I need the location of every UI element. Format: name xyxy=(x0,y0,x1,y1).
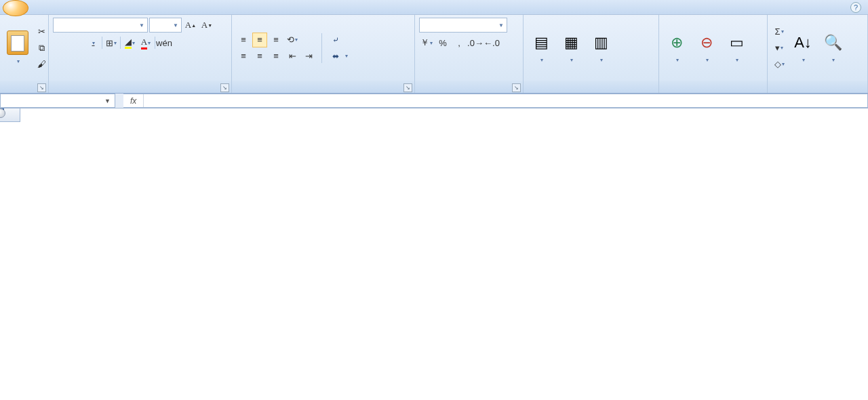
increase-indent-button[interactable]: ⇥ xyxy=(301,49,316,64)
insert-cells-button[interactable]: ⊕ xyxy=(663,31,690,66)
italic-button[interactable] xyxy=(69,35,84,50)
orientation-button[interactable]: ⟲ xyxy=(285,33,300,47)
office-button[interactable] xyxy=(3,0,28,16)
ribbon-tabs xyxy=(0,0,868,15)
scissors-icon: ✂ xyxy=(38,26,45,37)
insert-icon: ⊕ xyxy=(666,32,688,54)
format-cells-button[interactable]: ▭ xyxy=(723,31,750,66)
brush-icon: 🖌 xyxy=(37,59,46,69)
copy-button[interactable]: ⧉ xyxy=(34,41,49,56)
eraser-icon: ◇ xyxy=(774,59,781,69)
formula-input[interactable] xyxy=(144,94,867,107)
merge-icon: ⬌ xyxy=(332,52,339,61)
chevron-down-icon: ▼ xyxy=(104,98,111,104)
fill-icon: ▾ xyxy=(775,43,780,53)
cell-style-icon: ▥ xyxy=(590,32,612,54)
copy-icon: ⧉ xyxy=(39,43,45,54)
percent-icon: % xyxy=(439,38,447,48)
fill-color-button[interactable]: ◢ xyxy=(122,35,137,50)
decrease-decimal-button[interactable]: ←.0 xyxy=(484,35,499,50)
merge-center-button[interactable]: ⬌ xyxy=(328,49,353,64)
align-bottom-button[interactable]: ≡ xyxy=(269,33,283,47)
percent-button[interactable]: % xyxy=(435,35,450,50)
chevron-down-icon: ▼ xyxy=(173,22,178,28)
ribbon: ✂ ⧉ 🖌 ↘ ▼ ▼ A▲ A▼ ⊞ ◢ A xyxy=(0,15,868,94)
align-right-button[interactable]: ≡ xyxy=(269,49,283,64)
cell-styles-button[interactable]: ▥ xyxy=(587,31,614,66)
font-size-select[interactable]: ▼ xyxy=(149,18,182,33)
chevron-down-icon: ▼ xyxy=(498,22,504,28)
phonetic-icon: wén xyxy=(156,38,172,48)
decrease-decimal-icon: ←.0 xyxy=(484,38,500,48)
align-left-button[interactable]: ≡ xyxy=(236,49,251,64)
bold-button[interactable] xyxy=(53,35,68,50)
dialog-launcher-icon[interactable]: ↘ xyxy=(37,83,46,92)
help-icon[interactable]: ? xyxy=(850,2,861,13)
dialog-launcher-icon[interactable]: ↘ xyxy=(512,83,521,92)
sort-filter-button[interactable]: A↓ xyxy=(789,31,816,66)
font-family-select[interactable]: ▼ xyxy=(53,18,148,33)
spreadsheet-grid[interactable] xyxy=(0,108,868,400)
find-select-button[interactable]: 🔍 xyxy=(819,31,846,66)
find-icon: 🔍 xyxy=(822,32,844,54)
align-top-button[interactable]: ≡ xyxy=(236,33,251,47)
format-painter-button[interactable]: 🖌 xyxy=(34,57,49,72)
borders-icon: ⊞ xyxy=(106,38,113,48)
table-icon: ▦ xyxy=(560,32,582,54)
grow-font-button[interactable]: A▲ xyxy=(183,18,198,33)
paste-button[interactable] xyxy=(4,29,31,67)
currency-icon: ￥ xyxy=(420,37,429,49)
bucket-icon: ◢ xyxy=(125,37,132,49)
currency-button[interactable]: ￥ xyxy=(419,35,434,50)
delete-cells-button[interactable]: ⊖ xyxy=(693,31,720,66)
conditional-formatting-button[interactable]: ▤ xyxy=(528,31,555,66)
delete-icon: ⊖ xyxy=(696,32,717,54)
wrap-text-button[interactable]: ⤶ xyxy=(328,33,353,47)
fx-icon[interactable]: fx xyxy=(127,96,139,106)
increase-decimal-button[interactable]: .0→ xyxy=(468,35,483,50)
number-format-select[interactable]: ▼ xyxy=(419,18,507,33)
cond-format-icon: ▤ xyxy=(530,32,552,54)
align-middle-button[interactable]: ≡ xyxy=(252,33,267,47)
shrink-font-button[interactable]: A▼ xyxy=(199,18,214,33)
chevron-down-icon: ▼ xyxy=(139,22,144,28)
underline-button[interactable] xyxy=(85,35,100,50)
borders-button[interactable]: ⊞ xyxy=(104,35,119,50)
increase-decimal-icon: .0→ xyxy=(467,38,484,48)
name-box[interactable]: ▼ xyxy=(0,94,115,108)
sigma-icon: Σ xyxy=(774,26,780,37)
paste-icon xyxy=(7,31,28,55)
align-center-button[interactable]: ≡ xyxy=(252,49,267,64)
decrease-indent-button[interactable]: ⇤ xyxy=(285,49,300,64)
font-color-icon: A xyxy=(141,37,147,49)
cut-button[interactable]: ✂ xyxy=(34,24,49,39)
comma-button[interactable]: , xyxy=(452,35,467,50)
autosum-button[interactable]: Σ xyxy=(772,24,787,39)
sort-icon: A↓ xyxy=(792,32,814,54)
fill-button[interactable]: ▾ xyxy=(772,41,787,56)
dialog-launcher-icon[interactable]: ↘ xyxy=(403,83,412,92)
font-color-button[interactable]: A xyxy=(138,35,153,50)
comma-icon: , xyxy=(458,38,460,48)
wrap-icon: ⤶ xyxy=(332,35,339,45)
format-as-table-button[interactable]: ▦ xyxy=(557,31,585,66)
clear-button[interactable]: ◇ xyxy=(772,57,787,72)
dialog-launcher-icon[interactable]: ↘ xyxy=(220,83,229,92)
phonetic-button[interactable]: wén xyxy=(157,35,172,50)
format-icon: ▭ xyxy=(726,32,747,54)
formula-bar: ▼ fx xyxy=(0,94,868,108)
